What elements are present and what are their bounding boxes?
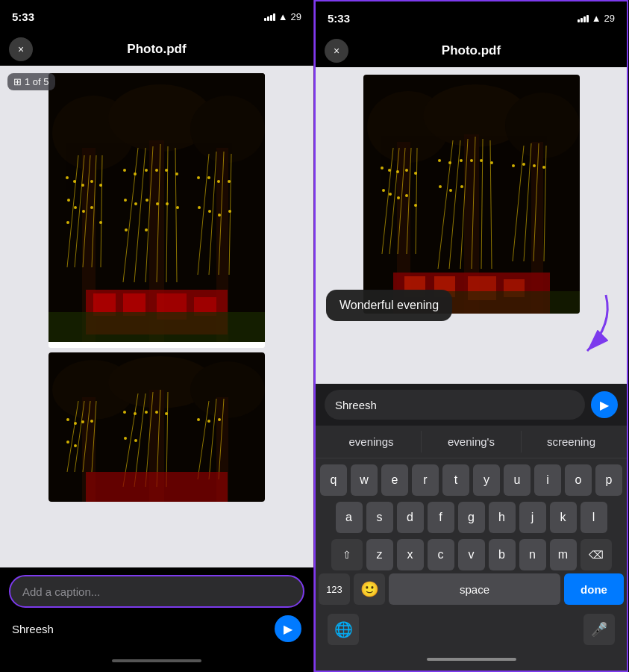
svg-point-139 bbox=[512, 164, 515, 167]
key-t[interactable]: t bbox=[442, 464, 469, 496]
svg-point-126 bbox=[438, 159, 441, 162]
message-input-area: Shreesh ▶ bbox=[316, 384, 627, 426]
home-bar-right bbox=[427, 658, 516, 661]
svg-point-21 bbox=[90, 206, 93, 209]
svg-point-42 bbox=[175, 172, 178, 175]
key-v[interactable]: v bbox=[458, 539, 485, 570]
globe-key[interactable]: 🌐 bbox=[328, 614, 359, 645]
svg-point-54 bbox=[228, 180, 231, 183]
sender-name-left: Shreesh bbox=[12, 623, 54, 635]
key-e[interactable]: e bbox=[381, 464, 408, 496]
svg-point-110 bbox=[381, 167, 384, 169]
svg-point-40 bbox=[165, 169, 168, 172]
svg-point-118 bbox=[414, 172, 417, 175]
svg-point-87 bbox=[155, 411, 158, 414]
svg-point-141 bbox=[533, 164, 536, 167]
autocomplete-row: evenings evening's screening bbox=[316, 426, 627, 458]
title-right: Photo.pdf bbox=[442, 43, 501, 58]
photo-image-2 bbox=[48, 352, 265, 502]
key-m[interactable]: m bbox=[550, 539, 577, 570]
autocomplete-word-3[interactable]: screening bbox=[522, 431, 621, 452]
svg-point-131 bbox=[460, 185, 463, 188]
svg-point-17 bbox=[74, 206, 77, 209]
top-bar-left: × Photo.pdf bbox=[0, 33, 313, 66]
key-row-1: q w e r t y u i o p bbox=[319, 464, 624, 496]
key-b[interactable]: b bbox=[489, 539, 516, 570]
autocomplete-word-2[interactable]: evening's bbox=[422, 431, 522, 452]
close-button-left[interactable]: × bbox=[9, 37, 33, 61]
emoji-key[interactable]: 🙂 bbox=[354, 573, 385, 605]
key-x[interactable]: x bbox=[397, 539, 424, 570]
svg-point-41 bbox=[166, 202, 169, 205]
svg-point-19 bbox=[82, 210, 85, 213]
keyboard-area: evenings evening's screening q w e r t y… bbox=[316, 426, 627, 648]
svg-point-116 bbox=[405, 169, 408, 172]
svg-point-50 bbox=[207, 176, 210, 179]
space-key[interactable]: space bbox=[389, 573, 560, 605]
svg-point-75 bbox=[81, 420, 84, 423]
key-q[interactable]: q bbox=[320, 464, 347, 496]
svg-point-90 bbox=[134, 439, 137, 442]
caption-input[interactable]: Add a caption... bbox=[9, 575, 304, 608]
bottom-keyboard-icons: 🌐 🎤 bbox=[316, 608, 627, 648]
backspace-key[interactable]: ⌫ bbox=[581, 539, 612, 570]
key-g[interactable]: g bbox=[458, 502, 485, 533]
svg-point-30 bbox=[123, 169, 126, 172]
message-text: Shreesh bbox=[335, 399, 377, 411]
home-indicator-right bbox=[316, 648, 627, 671]
key-r[interactable]: r bbox=[412, 464, 439, 496]
key-k[interactable]: k bbox=[550, 502, 577, 533]
svg-rect-97 bbox=[86, 472, 228, 502]
svg-point-88 bbox=[165, 412, 168, 415]
page-count: 1 of 5 bbox=[25, 76, 49, 87]
key-j[interactable]: j bbox=[519, 502, 546, 533]
autocomplete-word-1[interactable]: evenings bbox=[322, 431, 422, 452]
svg-point-49 bbox=[198, 206, 201, 209]
svg-point-20 bbox=[90, 180, 93, 183]
svg-point-18 bbox=[81, 184, 84, 187]
signal-icon-right bbox=[578, 13, 589, 22]
home-bar-left bbox=[112, 659, 201, 662]
svg-point-89 bbox=[124, 437, 127, 440]
done-key[interactable]: done bbox=[564, 573, 624, 605]
key-p[interactable]: p bbox=[595, 464, 622, 496]
title-left: Photo.pdf bbox=[127, 42, 186, 57]
key-c[interactable]: c bbox=[428, 539, 454, 570]
key-o[interactable]: o bbox=[565, 464, 592, 496]
key-w[interactable]: w bbox=[351, 464, 378, 496]
send-button-right[interactable]: ▶ bbox=[591, 391, 618, 418]
svg-point-55 bbox=[228, 210, 231, 213]
key-z[interactable]: z bbox=[366, 539, 393, 570]
key-f[interactable]: f bbox=[428, 502, 454, 533]
key-h[interactable]: h bbox=[489, 502, 516, 533]
key-u[interactable]: u bbox=[504, 464, 531, 496]
home-indicator-left bbox=[0, 650, 313, 672]
num-key[interactable]: 123 bbox=[319, 573, 350, 605]
close-button-right[interactable]: × bbox=[325, 39, 348, 63]
time-left: 5:33 bbox=[12, 10, 34, 23]
key-i[interactable]: i bbox=[534, 464, 561, 496]
key-s[interactable]: s bbox=[366, 502, 393, 533]
svg-point-84 bbox=[123, 411, 126, 414]
key-n[interactable]: n bbox=[519, 539, 546, 570]
svg-point-86 bbox=[145, 411, 148, 414]
photo-card-1 bbox=[48, 73, 265, 348]
time-right: 5:33 bbox=[328, 12, 350, 25]
key-y[interactable]: y bbox=[473, 464, 500, 496]
svg-point-134 bbox=[490, 161, 493, 164]
key-d[interactable]: d bbox=[397, 502, 424, 533]
svg-point-142 bbox=[542, 166, 545, 169]
tooltip-text: Wonderful evening bbox=[339, 299, 439, 311]
bottom-row-left: Shreesh ▶ bbox=[9, 615, 304, 642]
right-panel: 5:33 ▲ 29 × Photo.pdf bbox=[314, 0, 628, 672]
svg-point-96 bbox=[218, 418, 221, 421]
message-input[interactable]: Shreesh bbox=[325, 390, 585, 420]
shift-key[interactable]: ⇧ bbox=[331, 539, 363, 570]
key-row-2: a s d f g h j k l bbox=[319, 502, 624, 533]
key-a[interactable]: a bbox=[336, 502, 363, 533]
svg-point-33 bbox=[134, 172, 137, 175]
key-l[interactable]: l bbox=[581, 502, 607, 533]
send-button-left[interactable]: ▶ bbox=[275, 615, 301, 642]
mic-key[interactable]: 🎤 bbox=[583, 614, 615, 645]
key-row-3: ⇧ z x c v b n m ⌫ bbox=[319, 539, 624, 570]
